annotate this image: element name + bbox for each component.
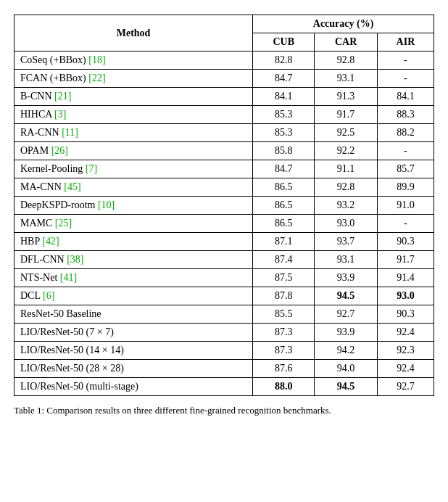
cub-cell: 87.3	[253, 342, 315, 360]
air-cell: 92.4	[377, 324, 434, 342]
air-header: AIR	[377, 33, 434, 52]
method-header: Method	[14, 15, 253, 52]
method-cell: HIHCA [3]	[14, 106, 253, 124]
cub-cell: 85.3	[253, 106, 315, 124]
accuracy-header: Accuracy (%)	[253, 15, 434, 33]
method-cell: LIO/ResNet-50 (14 × 14)	[14, 342, 253, 360]
air-cell: 89.9	[377, 178, 434, 197]
car-cell: 91.7	[315, 106, 378, 124]
air-cell: 92.7	[377, 378, 434, 396]
method-cell: CoSeq (+BBox) [18]	[14, 52, 253, 70]
method-cell: DeepKSPD-rootm [10]	[14, 197, 253, 215]
method-cell: RA-CNN [11]	[14, 124, 253, 142]
car-cell: 94.0	[315, 360, 378, 378]
air-cell: 91.4	[377, 269, 434, 287]
car-cell: 92.2	[315, 142, 378, 160]
cub-cell: 87.3	[253, 324, 315, 342]
cub-cell: 85.3	[253, 124, 315, 142]
table-container: Method Accuracy (%) CUB CAR AIR CoSeq (+…	[14, 15, 434, 418]
car-cell: 93.9	[315, 324, 378, 342]
cub-header: CUB	[253, 33, 315, 52]
air-cell: 92.4	[377, 360, 434, 378]
cub-cell: 85.8	[253, 142, 315, 160]
car-cell: 93.7	[315, 233, 378, 251]
air-cell: 90.3	[377, 305, 434, 324]
cub-cell: 87.6	[253, 360, 315, 378]
air-cell: 91.0	[377, 197, 434, 215]
method-cell: LIO/ResNet-50 (7 × 7)	[14, 324, 253, 342]
cub-cell: 86.5	[253, 215, 315, 233]
method-cell: DCL [6]	[14, 287, 253, 305]
air-cell: -	[377, 70, 434, 88]
car-cell: 94.5	[315, 378, 378, 396]
car-cell: 94.5	[315, 287, 378, 305]
air-cell: -	[377, 52, 434, 70]
cub-cell: 88.0	[253, 378, 315, 396]
table-caption: Table 1: Comparison results on three dif…	[14, 403, 434, 418]
car-cell: 93.1	[315, 251, 378, 269]
air-cell: -	[377, 215, 434, 233]
cub-cell: 84.7	[253, 160, 315, 178]
method-cell: MAMC [25]	[14, 215, 253, 233]
air-cell: 92.3	[377, 342, 434, 360]
air-cell: 88.2	[377, 124, 434, 142]
air-cell: -	[377, 142, 434, 160]
method-cell: FCAN (+BBox) [22]	[14, 70, 253, 88]
cub-cell: 84.1	[253, 88, 315, 106]
cub-cell: 87.1	[253, 233, 315, 251]
air-cell: 91.7	[377, 251, 434, 269]
air-cell: 84.1	[377, 88, 434, 106]
cub-cell: 86.5	[253, 197, 315, 215]
car-cell: 94.2	[315, 342, 378, 360]
car-cell: 93.2	[315, 197, 378, 215]
car-cell: 92.8	[315, 178, 378, 197]
method-cell: HBP [42]	[14, 233, 253, 251]
car-cell: 93.9	[315, 269, 378, 287]
cub-cell: 87.5	[253, 269, 315, 287]
method-cell: LIO/ResNet-50 (28 × 28)	[14, 360, 253, 378]
method-cell: LIO/ResNet-50 (multi-stage)	[14, 378, 253, 396]
cub-cell: 87.4	[253, 251, 315, 269]
car-cell: 92.8	[315, 52, 378, 70]
car-cell: 93.1	[315, 70, 378, 88]
results-table: Method Accuracy (%) CUB CAR AIR CoSeq (+…	[14, 15, 434, 396]
car-cell: 93.0	[315, 215, 378, 233]
cub-cell: 87.8	[253, 287, 315, 305]
method-cell: OPAM [26]	[14, 142, 253, 160]
car-cell: 92.7	[315, 305, 378, 324]
cub-cell: 84.7	[253, 70, 315, 88]
air-cell: 88.3	[377, 106, 434, 124]
cub-cell: 82.8	[253, 52, 315, 70]
method-cell: NTS-Net [41]	[14, 269, 253, 287]
method-cell: B-CNN [21]	[14, 88, 253, 106]
method-cell: ResNet-50 Baseline	[14, 305, 253, 324]
method-cell: DFL-CNN [38]	[14, 251, 253, 269]
cub-cell: 86.5	[253, 178, 315, 197]
car-header: CAR	[315, 33, 378, 52]
method-cell: MA-CNN [45]	[14, 178, 253, 197]
car-cell: 92.5	[315, 124, 378, 142]
car-cell: 91.3	[315, 88, 378, 106]
air-cell: 93.0	[377, 287, 434, 305]
air-cell: 85.7	[377, 160, 434, 178]
method-cell: Kernel-Pooling [7]	[14, 160, 253, 178]
car-cell: 91.1	[315, 160, 378, 178]
air-cell: 90.3	[377, 233, 434, 251]
cub-cell: 85.5	[253, 305, 315, 324]
